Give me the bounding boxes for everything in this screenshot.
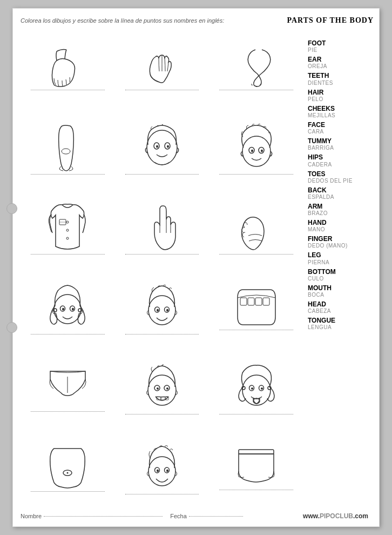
svg-point-5 (167, 145, 169, 148)
svg-point-49 (148, 457, 175, 486)
dotted-line (31, 334, 105, 335)
svg-point-13 (66, 237, 69, 239)
word-back: BACK ESPALDA (308, 187, 374, 200)
dotted-line (31, 90, 105, 90)
grid-row-4 (21, 269, 303, 349)
cell-leg (21, 122, 115, 177)
instruction-text: Colorea los dibujos y escribe sobre la l… (21, 17, 287, 24)
dotted-line (219, 90, 293, 90)
cell-foot (21, 46, 115, 92)
cell-mouth-face (115, 362, 209, 417)
svg-point-53 (166, 469, 168, 472)
svg-point-0 (62, 149, 70, 154)
binder-hole-1 (6, 203, 17, 214)
footer: Nombre Fecha www.PIPOCLUB.com (21, 509, 374, 521)
footer-left: Nombre Fecha (21, 513, 243, 519)
grid-row-3 (21, 189, 303, 269)
svg-point-21 (72, 307, 74, 310)
svg-point-52 (157, 469, 159, 472)
dotted-line (219, 330, 293, 330)
dotted-line (125, 414, 199, 414)
drawing-grid (21, 29, 303, 509)
dotted-line (125, 494, 199, 494)
word-face: FACE CARA (308, 122, 374, 135)
svg-point-35 (166, 387, 168, 390)
cell-head-boy2 (115, 442, 209, 497)
word-mouth: MOUTH BOCA (308, 285, 374, 298)
grid-row-1 (21, 29, 303, 109)
header: Colorea los dibujos y escribe sobre la l… (21, 16, 374, 25)
svg-rect-30 (263, 298, 269, 305)
word-teeth: TEETH DIENTES (308, 72, 374, 85)
cell-underwear2 (209, 446, 303, 492)
svg-point-45 (261, 387, 263, 390)
svg-point-44 (251, 387, 253, 390)
dotted-line (125, 334, 199, 335)
word-head: HEAD CABEZA (308, 301, 374, 314)
svg-point-25 (157, 309, 159, 311)
svg-point-39 (242, 375, 271, 405)
dotted-line (219, 414, 293, 414)
cell-boy-head (115, 282, 209, 337)
word-arm: ARM BRAZO (308, 203, 374, 216)
dotted-line (125, 254, 199, 255)
cell-head-hair (209, 122, 303, 177)
svg-rect-29 (255, 298, 262, 305)
cell-toes (209, 202, 303, 257)
svg-point-48 (67, 472, 69, 473)
svg-point-20 (62, 307, 64, 310)
cell-body (21, 202, 115, 257)
page-title: PARTS OF THE BODY (287, 16, 374, 25)
svg-rect-28 (248, 298, 254, 305)
word-tummy: TUMMY BARRIGA (308, 138, 374, 151)
dotted-line (31, 254, 105, 255)
cell-hand (115, 46, 209, 92)
cell-tummy (21, 445, 115, 494)
svg-point-11 (66, 221, 69, 223)
dotted-line (219, 490, 293, 490)
grid-row-6 (21, 429, 303, 509)
dotted-line (219, 254, 293, 255)
word-hips: HIPS CADERA (308, 154, 374, 167)
nombre-line (44, 516, 163, 517)
dotted-line (219, 174, 293, 175)
cell-bottom (21, 365, 115, 414)
word-toes: TOES DEDOS DEL PIE (308, 171, 374, 184)
svg-point-1 (147, 130, 177, 165)
main-content: FOOT PIE EAR OREJA TEETH DIENTES HAIR PE… (21, 29, 374, 509)
word-leg: LEG PIERNA (308, 252, 374, 265)
fecha-line (189, 516, 243, 517)
binder-hole-2 (6, 322, 17, 333)
word-hair: HAIR PELO (308, 89, 374, 102)
dotted-line (125, 90, 199, 90)
dotted-line (31, 411, 105, 412)
svg-point-9 (251, 149, 253, 152)
dotted-line (31, 174, 105, 175)
cell-face1 (115, 122, 209, 177)
word-tongue: TONGUE LENGUA (308, 317, 374, 330)
svg-rect-54 (239, 450, 274, 454)
pipoclub-logo: www.PIPOCLUB.com (303, 512, 368, 520)
cell-hand-palm (115, 202, 209, 257)
dotted-line (31, 491, 105, 492)
word-finger: FINGER DEDO (MANO) (308, 236, 374, 249)
grid-row-5 (21, 349, 303, 429)
cell-arm (209, 46, 303, 92)
word-ear: EAR OREJA (308, 56, 374, 69)
cell-girl-head (21, 282, 115, 337)
grid-row-2 (21, 109, 303, 189)
svg-point-34 (157, 387, 159, 390)
svg-point-12 (66, 229, 69, 231)
svg-point-15 (54, 295, 81, 324)
svg-point-4 (156, 145, 158, 148)
word-foot: FOOT PIE (308, 40, 374, 53)
word-hand: HAND MANO (308, 219, 374, 232)
word-cheeks: CHEEKS MEJILLAS (308, 105, 374, 118)
svg-point-6 (242, 136, 271, 166)
svg-rect-27 (240, 298, 247, 305)
svg-point-10 (261, 149, 263, 152)
nombre-label: Nombre (21, 513, 42, 519)
cell-tongue-face (209, 362, 303, 417)
word-bottom: BOTTOM CULO (308, 269, 374, 282)
cell-teeth (209, 286, 303, 332)
